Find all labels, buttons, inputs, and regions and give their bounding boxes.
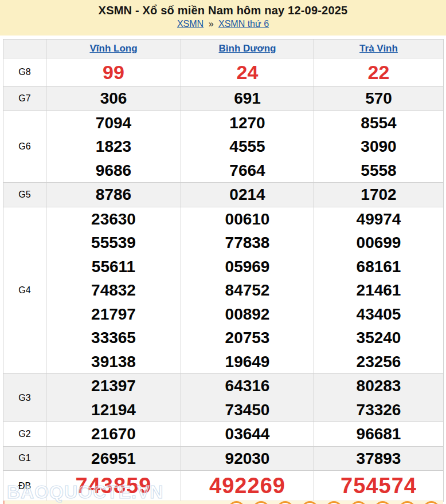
result-number: 00892 [181,302,314,326]
result-number: 1270 [181,111,314,135]
result-number: 7094 [46,111,181,135]
page-title: XSMN - Xổ số miền Nam hôm nay 12-09-2025 [0,0,446,17]
result-number: 570 [314,86,443,111]
result-number: 73450 [181,398,314,422]
result-cell: 03644 [181,422,314,447]
result-number: 21670 [46,422,181,446]
prize-row: G1269519203037893 [3,446,444,471]
result-number: 03644 [181,422,314,446]
result-number: 1702 [314,183,443,207]
result-cell: 306 [46,86,181,111]
result-number: 20753 [181,326,314,350]
column-header-row: Vĩnh Long Bình Dương Trà Vinh [3,40,444,58]
prize-label: G1 [3,446,46,471]
prize-label: G6 [3,111,46,183]
column-header-tra-vinh: Trà Vinh [314,40,444,58]
prize-row: G6709418239686127045557664855430905558 [3,111,444,183]
result-number: 33365 [46,326,181,350]
result-number: 39138 [46,350,181,374]
result-number: 37893 [314,447,443,471]
result-number: 1823 [46,135,181,159]
result-cell: 49974006996816121461434053524023256 [314,207,444,374]
result-cell: 855430905558 [314,111,444,183]
result-cell: 691 [181,86,314,111]
column-link-binh-duong[interactable]: Bình Dương [219,43,276,54]
result-cell: 743859 [46,471,181,502]
result-cell: 23630555395561174832217973336539138 [46,207,181,374]
result-number: 43405 [314,302,443,326]
result-number: 74832 [46,278,181,302]
prize-label: G2 [3,422,46,447]
result-number: 8786 [46,183,181,207]
breadcrumb-separator: » [206,19,216,29]
prize-row: G5878602141702 [3,183,444,207]
result-number: 84752 [181,278,314,302]
result-cell: 96681 [314,422,444,447]
result-cell: 127045557664 [181,111,314,183]
prize-row: G3213971219464316734508028373326 [3,374,444,422]
breadcrumb: XSMN » XSMN thứ 6 [0,19,446,29]
result-number: 306 [46,86,181,111]
result-cell: 8028373326 [314,374,444,422]
result-number: 00699 [314,231,443,255]
result-number: 9686 [46,159,181,183]
column-link-tra-vinh[interactable]: Trà Vinh [359,43,398,54]
prize-label: G7 [3,86,46,111]
result-number: 492269 [181,471,314,501]
result-cell: 0214 [181,183,314,207]
column-link-vinh-long[interactable]: Vĩnh Long [89,43,137,54]
result-cell: 00610778380596984752008922075319649 [181,207,314,374]
next-section-border [3,501,5,504]
column-header-binh-duong: Bình Dương [181,40,314,58]
result-cell: 99 [46,58,181,86]
breadcrumb-link-xsmn[interactable]: XSMN [177,19,204,29]
prize-row: G7306691570 [3,86,444,111]
result-number: 743859 [46,471,181,501]
result-number: 49974 [314,207,443,231]
result-number: 99 [46,58,181,86]
prize-label: ĐB [3,471,46,502]
result-number: 7664 [181,159,314,183]
breadcrumb-link-xsmn-thu-6[interactable]: XSMN thứ 6 [218,19,269,29]
result-number: 21397 [46,374,181,398]
result-cell: 1702 [314,183,444,207]
result-cell: 24 [181,58,314,86]
result-number: 0214 [181,183,314,207]
result-number: 00610 [181,207,314,231]
result-number: 22 [314,58,443,86]
result-cell: 709418239686 [46,111,181,183]
result-number: 12194 [46,398,181,422]
result-number: 5558 [314,159,443,183]
result-cell: 570 [314,86,444,111]
result-number: 64316 [181,374,314,398]
results-table: Vĩnh Long Bình Dương Trà Vinh G8992422G7… [3,39,444,502]
result-number: 23256 [314,350,443,374]
result-number: 77838 [181,231,314,255]
result-cell: 6431673450 [181,374,314,422]
result-cell: 92030 [181,446,314,471]
column-header-vinh-long: Vĩnh Long [46,40,181,58]
result-number: 35240 [314,326,443,350]
result-number: 55539 [46,231,181,255]
prize-label: G5 [3,183,46,207]
result-cell: 26951 [46,446,181,471]
result-cell: 754574 [314,471,444,502]
result-cell: 2139712194 [46,374,181,422]
prize-row: ĐB743859492269754574 [3,471,444,502]
result-cell: 21670 [46,422,181,447]
lottery-results-page: XSMN - Xổ số miền Nam hôm nay 12-09-2025… [0,0,446,504]
prize-row: G8992422 [3,58,444,86]
result-number: 754574 [314,471,443,501]
result-number: 80283 [314,374,443,398]
result-number: 24 [181,58,314,86]
prize-row: G2216700364496681 [3,422,444,447]
result-number: 4555 [181,135,314,159]
result-cell: 492269 [181,471,314,502]
result-number: 8554 [314,111,443,135]
prize-row: G423630555395561174832217973336539138006… [3,207,444,374]
result-cell: 8786 [46,183,181,207]
result-number: 23630 [46,207,181,231]
result-number: 691 [181,86,314,111]
result-number: 55611 [46,255,181,279]
result-cell: 37893 [314,446,444,471]
